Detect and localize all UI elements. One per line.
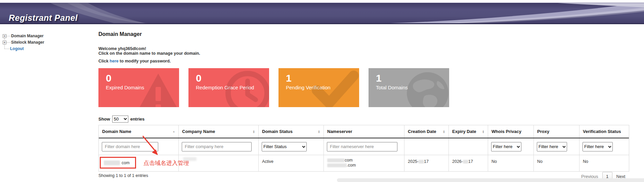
tree-connector <box>6 42 11 43</box>
filter-cell-nameserver <box>324 138 404 155</box>
password-hint: Click here to modify your password. <box>98 59 171 63</box>
nameserver-cell: com .com <box>324 155 404 171</box>
table-header-row: Domain Name ▲ Company Name ▲▼ Domain Sta… <box>99 125 629 138</box>
domain-status-cell: Active <box>259 155 324 171</box>
globe-icon <box>404 70 449 107</box>
column-header-domain-status[interactable]: Domain Status ▲▼ <box>259 125 324 138</box>
sort-both-icon: ▲▼ <box>443 130 445 133</box>
column-label: Domain Name <box>102 129 131 134</box>
sidebar-item-domain-manager[interactable]: Domain Manager <box>3 34 44 38</box>
column-label: Domain Status <box>262 129 293 134</box>
creation-date-suffix: 17 <box>424 159 429 164</box>
filter-cell-whois-privacy: Filter here <box>488 138 534 155</box>
column-label: Expiry Date <box>452 129 476 134</box>
filter-cell-creation-date <box>404 138 449 155</box>
redacted-date-part <box>419 160 424 164</box>
expiry-date-suffix: 17 <box>468 159 473 164</box>
annotation-text: 点击域名进入管理 <box>143 159 189 167</box>
redacted-nameserver-text <box>327 164 347 167</box>
bottom-scrollbar[interactable] <box>337 178 644 182</box>
redacted-date-part <box>463 160 468 164</box>
column-label: Proxy <box>537 129 549 134</box>
expiry-date-prefix: 2026- <box>452 159 463 164</box>
table-filter-row: Filter Status Filter here Filter here <box>99 138 629 155</box>
stat-card-expired-domains[interactable]: 0 Expired Domains <box>98 68 179 107</box>
filter-cell-proxy: Filter here <box>534 138 579 155</box>
show-label: Show <box>98 117 110 122</box>
tree-connector <box>6 36 11 36</box>
tree-connector <box>4 49 10 49</box>
nameserver-suffix: .com <box>347 163 356 168</box>
column-header-domain-name[interactable]: Domain Name ▲ <box>99 125 179 138</box>
password-hint-suffix: to modify your password. <box>119 59 171 63</box>
password-hint-prefix: Click <box>98 59 110 63</box>
stat-card-total-domains[interactable]: 1 Total Domains <box>369 68 449 107</box>
entries-label: entries <box>130 117 145 122</box>
welcome-text: Welcome yhq365dlcom! Click on the domain… <box>98 47 200 56</box>
page-title: Domain Manager <box>98 31 142 37</box>
sidebar-item-label[interactable]: Sitelock Manager <box>11 40 44 45</box>
header-banner: Registrant Panel <box>0 3 644 24</box>
column-header-company-name[interactable]: Company Name ▲▼ <box>179 125 259 138</box>
column-header-verification-status[interactable]: Verification Status <box>579 125 629 138</box>
proxy-cell: No <box>534 155 579 171</box>
verification-filter-select[interactable]: Filter here <box>583 142 613 151</box>
column-header-proxy[interactable]: Proxy <box>534 125 579 138</box>
proxy-filter-select[interactable]: Filter here <box>537 142 567 151</box>
entries-per-page-select[interactable]: 50 <box>112 116 128 123</box>
expand-plus-icon[interactable] <box>3 34 6 38</box>
stat-card-redemption-grace[interactable]: 0 Redemption Grace Period <box>188 68 269 107</box>
nameserver-line-2: .com <box>327 163 401 168</box>
column-label: Verification Status <box>583 129 621 134</box>
whois-privacy-filter-select[interactable]: Filter here <box>491 142 521 151</box>
expand-plus-icon[interactable] <box>3 41 6 44</box>
verification-status-cell: No <box>579 155 629 171</box>
company-filter-input[interactable] <box>182 142 252 151</box>
expiry-date-cell: 2026-17 <box>449 155 488 171</box>
sort-both-icon: ▲▼ <box>318 130 320 133</box>
sidebar-item-logout[interactable]: Logout <box>4 46 24 51</box>
redacted-smudge <box>183 157 197 161</box>
filter-cell-verification: Filter here <box>579 138 629 155</box>
sort-both-icon: ▲▼ <box>253 130 255 133</box>
nameserver-suffix: com <box>345 158 353 163</box>
column-header-whois-privacy[interactable]: Whois Privacy <box>488 125 534 138</box>
welcome-line2: Click on the domain name to manage your … <box>98 51 200 56</box>
redacted-domain-text <box>104 161 120 165</box>
column-header-creation-date[interactable]: Creation Date ▲▼ <box>404 125 449 138</box>
creation-date-prefix: 2025- <box>408 159 419 164</box>
filter-cell-company <box>179 138 259 155</box>
column-header-expiry-date[interactable]: Expiry Date ▲▼ <box>449 125 488 138</box>
sidebar-item-label[interactable]: Domain Manager <box>11 34 44 38</box>
column-label: Company Name <box>182 129 215 134</box>
annotation-arrow-icon <box>140 135 164 157</box>
sidebar-item-sitelock-manager[interactable]: Sitelock Manager <box>3 40 44 45</box>
column-label: Whois Privacy <box>491 129 521 134</box>
banner-swoosh-graphic <box>0 3 644 24</box>
welcome-line1: Welcome yhq365dlcom! <box>98 47 200 51</box>
whois-privacy-cell: No <box>488 155 534 171</box>
table-summary: Showing 1 to 1 of 1 entries <box>98 173 148 178</box>
filter-cell-status: Filter Status <box>259 138 324 155</box>
sort-both-icon: ▲▼ <box>482 130 484 133</box>
nameserver-line-1: com <box>327 158 401 163</box>
column-label: Nameserver <box>327 129 352 134</box>
column-header-nameserver[interactable]: Nameserver <box>324 125 404 138</box>
domain-link[interactable]: com <box>122 161 130 165</box>
check-icon <box>311 70 359 107</box>
status-filter-select[interactable]: Filter Status <box>262 142 307 151</box>
column-label: Creation Date <box>408 129 436 134</box>
filter-cell-expiry-date <box>449 138 488 155</box>
clock-icon <box>224 70 269 107</box>
logout-link[interactable]: Logout <box>10 46 24 51</box>
creation-date-cell: 2025-17 <box>404 155 449 171</box>
nameserver-filter-input[interactable] <box>327 142 397 151</box>
registrant-panel-page: Registrant Panel Domain Manager Sitelock… <box>0 0 644 182</box>
stat-card-pending-verification[interactable]: 1 Pending Verification <box>278 68 359 107</box>
domain-highlight-box[interactable]: com <box>100 157 136 169</box>
change-password-link[interactable]: here <box>110 59 118 63</box>
filter-cell-domain <box>99 138 179 155</box>
warning-triangle-icon <box>136 73 179 107</box>
redacted-nameserver-text <box>327 158 345 162</box>
app-title: Registrant Panel <box>9 13 78 23</box>
